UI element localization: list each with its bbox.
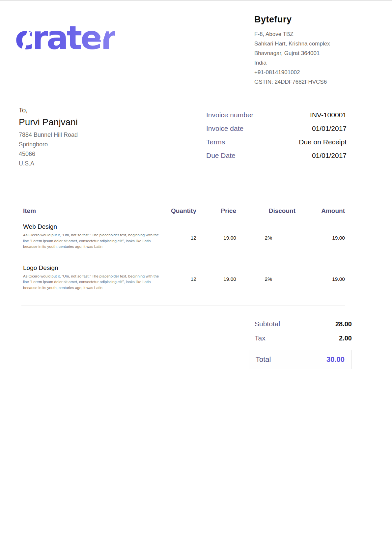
quantity-cell: 12 — [161, 235, 196, 241]
tax-value: 2.00 — [339, 335, 352, 342]
items-divider — [21, 305, 345, 306]
company-info: Bytefury F-8, Above TBZ Sahkari Hart, Kr… — [254, 13, 349, 87]
table-row: Logo Design As Cicero would put it, “Um,… — [21, 264, 345, 291]
bill-to-name: Purvi Panjvani — [19, 117, 78, 128]
invoice-page: crater Bytefury F-8, Above TBZ Sahkari H… — [0, 0, 392, 369]
items-table: Item Quantity Price Discount Amount Web … — [21, 207, 345, 306]
discount-cell: 2% — [236, 235, 295, 241]
company-name: Bytefury — [254, 15, 349, 25]
column-header-item: Item — [21, 207, 161, 215]
item-name: Logo Design — [23, 264, 161, 272]
company-gstin: GSTIN: 24DDF7682FHVCS6 — [254, 77, 349, 87]
bill-to-label: To, — [19, 106, 78, 114]
subtotal-value: 28.00 — [335, 320, 352, 328]
price-cell: 19.00 — [196, 276, 236, 282]
total-value: 30.00 — [326, 355, 345, 364]
due-date-value: 01/01/2017 — [312, 152, 347, 160]
bill-to-address-line: 7884 Bunnel Hill Road — [19, 130, 78, 140]
amount-cell: 19.00 — [295, 235, 345, 241]
items-table-header: Item Quantity Price Discount Amount — [21, 207, 345, 215]
discount-cell: 2% — [236, 276, 295, 282]
price-cell: 19.00 — [196, 235, 236, 241]
item-description: As Cicero would put it, “Um, not so fast… — [23, 274, 161, 291]
billing-section: To, Purvi Panjvani 7884 Bunnel Hill Road… — [0, 97, 392, 168]
total-label: Total — [256, 355, 271, 364]
bill-to-address-line: Springboro — [19, 140, 78, 149]
company-address-line: India — [254, 58, 349, 68]
table-row: Web Design As Cicero would put it, “Um, … — [21, 223, 345, 250]
item-name: Web Design — [23, 223, 161, 230]
terms-label: Terms — [206, 138, 225, 146]
bill-to-block: To, Purvi Panjvani 7884 Bunnel Hill Road… — [19, 106, 78, 168]
company-address-line: F-8, Above TBZ — [254, 29, 349, 39]
total-box: Total 30.00 — [249, 350, 352, 369]
invoice-number-value: INV-100001 — [310, 111, 347, 119]
item-description: As Cicero would put it, “Um, not so fast… — [23, 232, 161, 250]
invoice-meta-block: Invoice number INV-100001 Invoice date 0… — [206, 111, 347, 168]
subtotal-row: Subtotal 28.00 — [249, 320, 352, 328]
totals-section: Subtotal 28.00 Tax 2.00 Total 30.00 — [249, 320, 352, 369]
column-header-discount: Discount — [236, 207, 295, 215]
bill-to-address-line: 45066 — [19, 149, 78, 159]
column-header-quantity: Quantity — [161, 207, 196, 215]
item-cell: Web Design As Cicero would put it, “Um, … — [21, 223, 161, 250]
invoice-number-label: Invoice number — [206, 111, 254, 119]
invoice-date-label: Invoice date — [206, 125, 243, 132]
item-cell: Logo Design As Cicero would put it, “Um,… — [21, 264, 161, 291]
amount-cell: 19.00 — [295, 276, 345, 282]
company-address-line: Bhavnagar, Gujrat 364001 — [254, 48, 349, 58]
invoice-date-row: Invoice date 01/01/2017 — [206, 125, 347, 132]
bill-to-address-line: U.S.A — [19, 159, 78, 168]
column-header-amount: Amount — [295, 207, 345, 215]
invoice-header: crater Bytefury F-8, Above TBZ Sahkari H… — [0, 1, 392, 97]
invoice-number-row: Invoice number INV-100001 — [206, 111, 347, 119]
due-date-label: Due Date — [206, 152, 236, 160]
tax-row: Tax 2.00 — [249, 334, 352, 342]
subtotal-label: Subtotal — [255, 320, 280, 328]
column-header-price: Price — [196, 207, 236, 215]
tax-label: Tax — [255, 334, 266, 342]
quantity-cell: 12 — [161, 276, 196, 282]
due-date-row: Due Date 01/01/2017 — [206, 152, 347, 160]
company-address-line: Sahkari Hart, Krishna complex — [254, 39, 349, 48]
terms-value: Due on Receipt — [299, 138, 347, 146]
company-phone: +91-08141901002 — [254, 68, 349, 77]
invoice-date-value: 01/01/2017 — [312, 125, 347, 132]
company-logo: crater — [15, 22, 115, 54]
terms-row: Terms Due on Receipt — [206, 138, 347, 146]
